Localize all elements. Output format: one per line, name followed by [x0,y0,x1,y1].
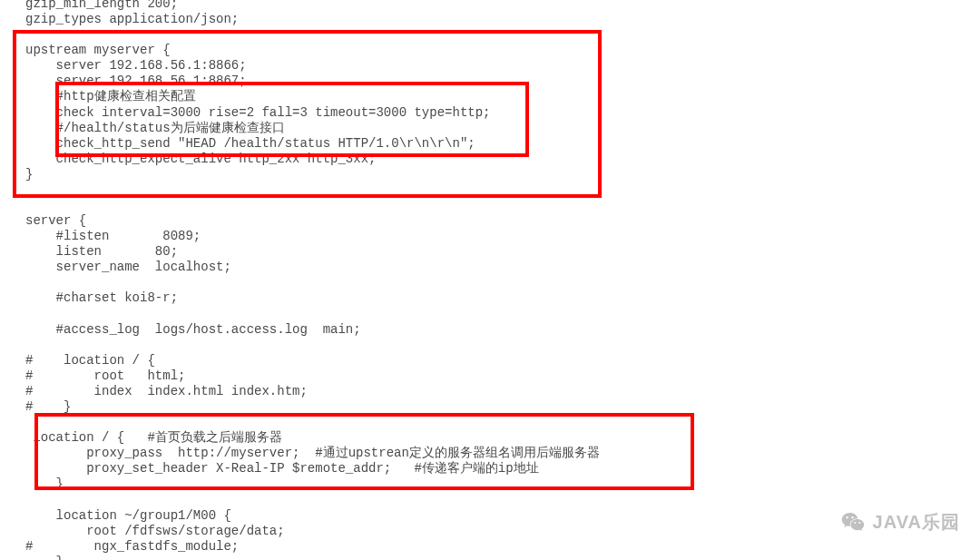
watermark-text: JAVA乐园 [873,511,960,533]
highlight-healthcheck-block [55,82,529,157]
highlight-location-block [34,413,694,490]
watermark: JAVA乐园 [840,509,960,535]
wechat-icon [840,509,866,535]
